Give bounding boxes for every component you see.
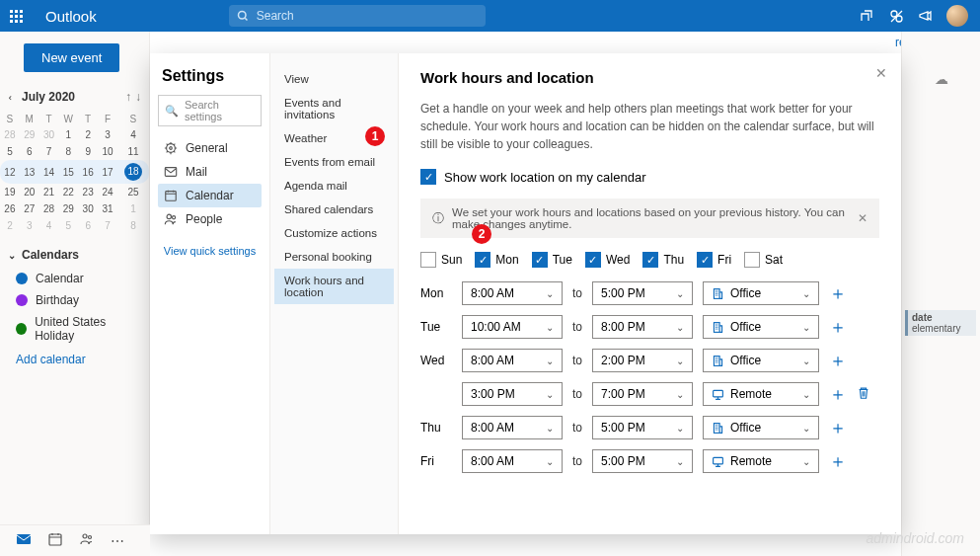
end-time-select[interactable]: 2:00 PM⌄ [592, 349, 693, 372]
add-slot-icon[interactable]: ＋ [829, 281, 847, 305]
show-location-checkbox[interactable]: ✓ Show work location on my calendar [420, 169, 879, 185]
checkbox-icon [744, 252, 760, 268]
add-calendar-link[interactable]: Add calendar [0, 347, 149, 372]
subnav-item[interactable]: Shared calendars [274, 198, 394, 221]
start-time-select[interactable]: 8:00 AM⌄ [462, 349, 563, 372]
svg-rect-12 [714, 390, 723, 397]
day-checkbox-thu[interactable]: ✓Thu [642, 252, 684, 268]
settings-left-nav: Settings 🔍 Search settings GeneralMailCa… [150, 53, 270, 534]
end-time-select[interactable]: 5:00 PM⌄ [592, 416, 693, 439]
svg-point-2 [896, 16, 902, 22]
nav-people[interactable]: People [158, 207, 262, 231]
add-slot-icon[interactable]: ＋ [829, 382, 847, 406]
checkbox-icon [420, 252, 436, 268]
watermark: admindroid.com [866, 530, 964, 546]
start-time-select[interactable]: 8:00 AM⌄ [462, 281, 563, 305]
bottom-nav: ⋯ [0, 524, 150, 556]
teams-icon[interactable] [858, 7, 875, 25]
end-time-select[interactable]: 7:00 PM⌄ [592, 382, 693, 406]
megaphone-icon[interactable] [917, 7, 935, 25]
calendar-item[interactable]: Calendar [0, 268, 149, 289]
add-slot-icon[interactable]: ＋ [829, 349, 847, 372]
svg-rect-10 [714, 322, 719, 332]
start-time-select[interactable]: 3:00 PM⌄ [462, 382, 563, 406]
office-icon [712, 355, 724, 367]
nav-general[interactable]: General [158, 136, 262, 160]
svg-rect-9 [714, 288, 719, 298]
settings-search-input[interactable]: 🔍 Search settings [158, 95, 262, 126]
location-select[interactable]: Office⌄ [703, 281, 819, 305]
subnav-item[interactable]: Events from email [274, 150, 394, 174]
subnav-item[interactable]: View [274, 67, 394, 91]
day-checkbox-sun[interactable]: Sun [420, 252, 462, 268]
subnav-item[interactable]: Customize actions [274, 221, 394, 245]
checkbox-icon: ✓ [697, 252, 713, 268]
location-select[interactable]: Remote⌄ [703, 382, 819, 406]
calendar-item[interactable]: Birthday [0, 289, 149, 311]
end-time-select[interactable]: 5:00 PM⌄ [592, 449, 693, 473]
calendar-item[interactable]: United States Holiday [0, 311, 149, 347]
day-checkbox-fri[interactable]: ✓Fri [697, 252, 731, 268]
color-dot [16, 273, 28, 284]
prev-month-icon[interactable]: ↑ [125, 90, 131, 104]
delete-slot-icon[interactable] [857, 386, 870, 403]
chevron-down-icon[interactable]: ⌄ [7, 93, 18, 101]
location-select[interactable]: Remote⌄ [703, 449, 819, 473]
month-label: July 2020 [22, 90, 75, 104]
subnav-item[interactable]: Agenda mail [274, 174, 394, 198]
subnav-item[interactable]: Personal booking [274, 245, 394, 269]
svg-point-4 [170, 147, 173, 150]
start-time-select[interactable]: 10:00 AM⌄ [462, 315, 563, 339]
mail-icon[interactable] [16, 531, 32, 551]
avatar[interactable] [946, 5, 968, 27]
day-checkbox-tue[interactable]: ✓Tue [532, 252, 572, 268]
start-time-select[interactable]: 8:00 AM⌄ [462, 416, 563, 439]
day-checkbox-mon[interactable]: ✓Mon [475, 252, 518, 268]
office-icon [712, 287, 724, 300]
end-time-select[interactable]: 5:00 PM⌄ [592, 281, 693, 305]
subnav-item[interactable]: Work hours and location [274, 269, 394, 304]
people-icon[interactable] [79, 531, 95, 551]
hours-row: Wed8:00 AM⌄to2:00 PM⌄Office⌄＋ [420, 349, 879, 372]
color-dot [16, 323, 27, 335]
close-icon[interactable]: ✕ [875, 65, 887, 81]
day-label: Fri [420, 454, 452, 468]
location-select[interactable]: Office⌄ [703, 349, 819, 372]
nav-mail[interactable]: Mail [158, 160, 262, 184]
new-event-button[interactable]: New event [24, 43, 119, 72]
svg-point-17 [83, 534, 87, 538]
add-slot-icon[interactable]: ＋ [829, 315, 847, 339]
pane-description: Get a handle on your week and help other… [420, 100, 879, 153]
calendar-icon[interactable] [47, 531, 63, 551]
next-month-icon[interactable]: ↓ [135, 90, 141, 104]
search-placeholder: Search [257, 9, 294, 23]
day-checkbox-sat[interactable]: Sat [744, 252, 783, 268]
office-icon [712, 321, 724, 334]
day-label: Wed [420, 354, 452, 367]
add-slot-icon[interactable]: ＋ [829, 416, 847, 439]
start-time-select[interactable]: 8:00 AM⌄ [462, 449, 563, 473]
location-select[interactable]: Office⌄ [703, 416, 819, 439]
mini-calendar[interactable]: SMTWTFS 28293012345678910111213141516171… [0, 112, 149, 234]
day-label: Mon [420, 286, 452, 300]
more-icon[interactable]: ⋯ [111, 533, 124, 549]
app-launcher-icon[interactable] [0, 0, 32, 32]
nav-calendar[interactable]: Calendar [158, 184, 262, 207]
search-input[interactable]: Search [229, 5, 486, 27]
brand-label: Outlook [32, 8, 111, 25]
svg-rect-6 [166, 192, 177, 201]
quick-settings-link[interactable]: View quick settings [158, 245, 262, 257]
calendars-header[interactable]: ⌄ Calendars [0, 234, 149, 268]
checkbox-icon: ✓ [420, 169, 436, 185]
notifications-icon[interactable] [887, 7, 905, 25]
add-slot-icon[interactable]: ＋ [829, 449, 847, 473]
dismiss-banner-icon[interactable]: ✕ [858, 211, 867, 225]
event-preview[interactable]: date elementary [905, 310, 976, 336]
day-checkbox-wed[interactable]: ✓Wed [585, 252, 630, 268]
location-select[interactable]: Office⌄ [703, 315, 819, 339]
color-dot [16, 294, 28, 306]
end-time-select[interactable]: 8:00 PM⌄ [592, 315, 693, 339]
general-icon [164, 141, 178, 155]
subnav-item[interactable]: Events and invitations [274, 91, 394, 126]
hours-row: 3:00 PM⌄to7:00 PM⌄Remote⌄＋ [420, 382, 879, 406]
